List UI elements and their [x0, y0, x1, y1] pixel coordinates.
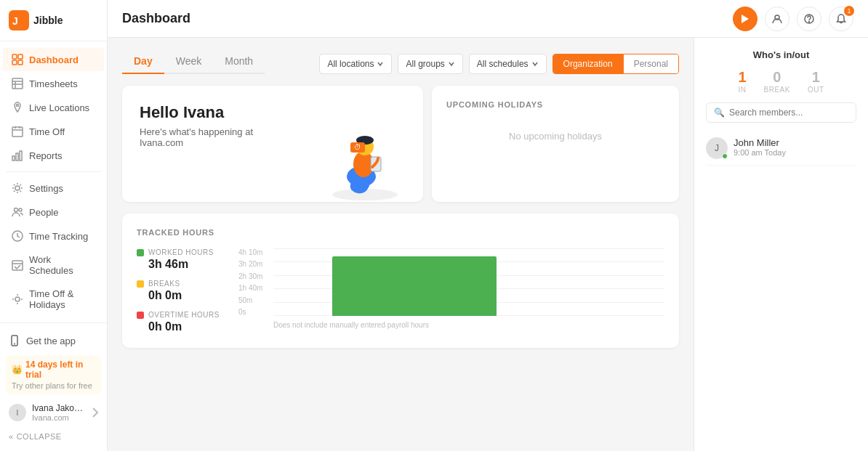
- chart-container: 4h 10m 3h 20m 2h 30m 1h 40m 50m 0s: [238, 248, 664, 333]
- sidebar-item-settings-label: Settings: [29, 183, 63, 194]
- sidebar-item-timesheets[interactable]: Timesheets: [3, 72, 104, 95]
- cards-row: Hello Ivana Here's what's happening at I…: [122, 86, 679, 202]
- bar-chart-icon: [12, 150, 23, 161]
- tab-day[interactable]: Day: [122, 49, 164, 73]
- bell-icon: [836, 14, 846, 24]
- get-app-button[interactable]: Get the app: [0, 329, 107, 352]
- sidebar-item-time-off-holidays-label: Time Off & Holidays: [29, 288, 95, 310]
- tracked-hours-card: TRACKED HOURS WORKED HOURS 3h 46m: [122, 214, 679, 348]
- toggle-org-button[interactable]: Organization: [553, 54, 623, 73]
- trial-banner: 👑 14 days left in trial Try other plans …: [6, 355, 101, 394]
- chart-plot: [273, 248, 664, 316]
- sidebar-bottom: Get the app 👑 14 days left in trial Try …: [0, 322, 107, 451]
- tab-month[interactable]: Month: [213, 49, 265, 73]
- notifications-button[interactable]: 1: [829, 7, 853, 31]
- grid-icon: [12, 54, 23, 65]
- breaks-legend: BREAKS 0h 0m: [137, 280, 224, 302]
- inout-tab-in[interactable]: 1 IN: [738, 69, 746, 94]
- svg-point-24: [15, 297, 20, 301]
- smartphone-icon: [9, 335, 20, 346]
- out-label: OUT: [808, 86, 824, 94]
- chevron-down-icon-2: [448, 60, 455, 68]
- sidebar-item-time-off[interactable]: Time Off: [3, 120, 104, 143]
- search-icon: 🔍: [714, 107, 725, 118]
- whos-inout: Who's in/out 1 IN 0 BREAK 1 OUT: [694, 38, 868, 177]
- member-name: John Miller: [734, 137, 856, 148]
- schedules-filter-label: All schedules: [477, 59, 529, 69]
- collapse-button[interactable]: « COLLAPSE: [0, 428, 107, 445]
- svg-point-41: [809, 21, 810, 22]
- help-icon: [804, 14, 814, 24]
- settings-icon: [12, 182, 23, 194]
- member-time: 9:00 am Today: [734, 148, 856, 157]
- chevron-right-icon: [92, 407, 98, 418]
- sidebar-item-locations[interactable]: Locations: [3, 317, 104, 322]
- search-input[interactable]: [729, 107, 848, 118]
- crown-icon: 👑: [12, 365, 23, 375]
- in-count: 1: [738, 69, 746, 86]
- welcome-card: Hello Ivana Here's what's happening at I…: [122, 86, 423, 202]
- svg-rect-17: [20, 151, 22, 161]
- get-app-label: Get the app: [26, 336, 76, 346]
- view-toggle: Organization Personal: [552, 54, 679, 74]
- sidebar-item-live-locations[interactable]: Live Locations: [3, 96, 104, 119]
- sidebar-item-settings[interactable]: Settings: [3, 176, 104, 200]
- main: Dashboard 1 Day Week M: [108, 0, 868, 451]
- help-button[interactable]: [797, 7, 821, 31]
- out-count: 1: [812, 69, 820, 86]
- sidebar-item-time-off-holidays[interactable]: Time Off & Holidays: [3, 283, 104, 316]
- clock-icon: [12, 230, 23, 242]
- overtime-value: 0h 0m: [148, 320, 224, 333]
- breaks-label: BREAKS: [148, 280, 180, 288]
- groups-filter[interactable]: All groups: [398, 54, 462, 74]
- nav-divider-1: [6, 171, 101, 172]
- y-axis: 4h 10m 3h 20m 2h 30m 1h 40m 50m 0s: [238, 248, 270, 316]
- inout-tab-out[interactable]: 1 OUT: [808, 69, 824, 94]
- play-icon: [741, 14, 750, 24]
- schedules-filter[interactable]: All schedules: [469, 54, 547, 74]
- worked-label-row: WORKED HOURS: [137, 248, 224, 256]
- break-count: 0: [773, 69, 781, 86]
- trial-subtitle[interactable]: Try other plans for free: [12, 381, 95, 390]
- overtime-legend: OVERTIME HOURS 0h 0m: [137, 311, 224, 333]
- sidebar-item-time-off-label: Time Off: [29, 126, 65, 137]
- y-label-3: 1h 40m: [238, 284, 270, 292]
- user-info: Ivana Jakovljevic Ivana.com: [32, 403, 87, 422]
- y-label-2: 2h 30m: [238, 272, 270, 280]
- holidays-card: UPCOMING HOLIDAYS No upcoming holidays: [432, 86, 679, 202]
- tab-week[interactable]: Week: [164, 49, 214, 73]
- user-row[interactable]: I Ivana Jakovljevic Ivana.com: [0, 397, 107, 428]
- sidebar: J Jibble Dashboard Timesheets Live Locat…: [0, 0, 108, 451]
- user-name: Ivana Jakovljevic: [32, 403, 87, 413]
- svg-point-19: [15, 208, 18, 212]
- sidebar-item-people-label: People: [29, 207, 58, 218]
- sidebar-item-work-schedules[interactable]: Work Schedules: [3, 248, 104, 282]
- inout-tab-break[interactable]: 0 BREAK: [764, 69, 790, 94]
- welcome-illustration: ⏱: [321, 115, 409, 202]
- table-icon: [12, 78, 23, 89]
- svg-rect-15: [12, 156, 15, 161]
- sidebar-item-dashboard[interactable]: Dashboard: [3, 48, 104, 71]
- sidebar-item-people[interactable]: People: [3, 200, 104, 224]
- sidebar-item-dashboard-label: Dashboard: [29, 54, 79, 65]
- sidebar-item-time-tracking[interactable]: Time Tracking: [3, 224, 104, 248]
- sidebar-item-reports[interactable]: Reports: [3, 144, 104, 167]
- sidebar-item-timesheets-label: Timesheets: [29, 78, 78, 89]
- y-label-1: 3h 20m: [238, 260, 270, 268]
- location-filter[interactable]: All locations: [319, 54, 392, 74]
- sidebar-item-reports-label: Reports: [29, 150, 63, 161]
- worked-label: WORKED HOURS: [148, 248, 214, 256]
- trial-title: 👑 14 days left in trial: [12, 359, 95, 380]
- user-icon: [772, 14, 782, 24]
- trial-title-text: 14 days left in trial: [25, 359, 95, 380]
- holidays-title: UPCOMING HOLIDAYS: [446, 100, 664, 109]
- play-button[interactable]: [733, 7, 758, 31]
- toggle-personal-button[interactable]: Personal: [623, 54, 678, 73]
- breaks-value: 0h 0m: [148, 289, 224, 302]
- header-actions: 1: [733, 7, 853, 31]
- chart-note: Does not include manually entered payrol…: [273, 321, 429, 329]
- svg-point-18: [15, 186, 20, 190]
- svg-rect-5: [18, 60, 23, 65]
- profile-button[interactable]: [765, 7, 789, 31]
- list-item: J John Miller 9:00 am Today: [706, 131, 856, 166]
